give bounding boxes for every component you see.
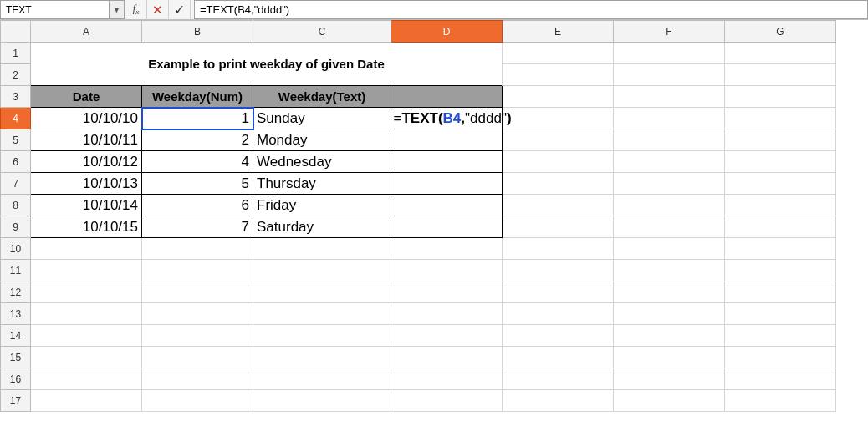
cell-D3[interactable] (391, 86, 503, 108)
cell-G1[interactable] (725, 43, 836, 64)
cell-B4[interactable]: 1 (142, 108, 253, 129)
row-header-6[interactable]: 6 (1, 151, 31, 173)
cell-A14[interactable] (31, 325, 142, 347)
cell-A4[interactable]: 10/10/10 (31, 108, 142, 129)
cell-C17[interactable] (253, 390, 391, 412)
col-header-C[interactable]: C (253, 21, 391, 43)
cell-C3[interactable]: Weekday(Text) (253, 86, 391, 108)
cell-D7[interactable] (391, 173, 503, 195)
row-header-16[interactable]: 16 (1, 368, 31, 390)
cell-G9[interactable] (725, 216, 836, 238)
col-header-F[interactable]: F (614, 21, 725, 43)
cell-F3[interactable] (614, 86, 725, 108)
cell-F6[interactable] (614, 151, 725, 173)
cell-D11[interactable] (391, 260, 503, 281)
cell-D14[interactable] (391, 325, 503, 347)
cell-E11[interactable] (503, 260, 614, 281)
cell-D9[interactable] (391, 216, 503, 238)
cell-G13[interactable] (725, 303, 836, 325)
cell-A8[interactable]: 10/10/14 (31, 195, 142, 216)
cell-F2[interactable] (614, 64, 725, 86)
cell-D10[interactable] (391, 238, 503, 260)
cell-C10[interactable] (253, 238, 391, 260)
accept-edit-button[interactable]: ✓ (169, 0, 191, 20)
cell-C6[interactable]: Wednesday (253, 151, 391, 173)
cell-F12[interactable] (614, 281, 725, 303)
cell-B3[interactable]: Weekday(Num) (142, 86, 253, 108)
cell-B10[interactable] (142, 238, 253, 260)
select-all-corner[interactable] (1, 21, 31, 43)
cell-C16[interactable] (253, 368, 391, 390)
cell-D15[interactable] (391, 347, 503, 368)
cell-G17[interactable] (725, 390, 836, 412)
cell-G6[interactable] (725, 151, 836, 173)
col-header-A[interactable]: A (31, 21, 142, 43)
cell-E13[interactable] (503, 303, 614, 325)
row-header-11[interactable]: 11 (1, 260, 31, 281)
cell-C13[interactable] (253, 303, 391, 325)
cell-G12[interactable] (725, 281, 836, 303)
cell-B15[interactable] (142, 347, 253, 368)
cell-F16[interactable] (614, 368, 725, 390)
row-header-3[interactable]: 3 (1, 86, 31, 108)
cell-C15[interactable] (253, 347, 391, 368)
cell-A7[interactable]: 10/10/13 (31, 173, 142, 195)
cell-A10[interactable] (31, 238, 142, 260)
row-header-4[interactable]: 4 (1, 108, 31, 129)
name-box[interactable]: TEXT (0, 0, 110, 19)
cell-F13[interactable] (614, 303, 725, 325)
cell-B7[interactable]: 5 (142, 173, 253, 195)
col-header-G[interactable]: G (725, 21, 836, 43)
cell-E5[interactable] (503, 129, 614, 151)
row-header-15[interactable]: 15 (1, 347, 31, 368)
col-header-D[interactable]: D (391, 21, 503, 43)
cell-G15[interactable] (725, 347, 836, 368)
cell-E6[interactable] (503, 151, 614, 173)
cell-G14[interactable] (725, 325, 836, 347)
cell-E12[interactable] (503, 281, 614, 303)
row-header-5[interactable]: 5 (1, 129, 31, 151)
row-header-1[interactable]: 1 (1, 43, 31, 64)
cell-B17[interactable] (142, 390, 253, 412)
cell-D5[interactable] (391, 129, 503, 151)
cell-B13[interactable] (142, 303, 253, 325)
cell-B14[interactable] (142, 325, 253, 347)
cell-F7[interactable] (614, 173, 725, 195)
cell-C11[interactable] (253, 260, 391, 281)
cell-F5[interactable] (614, 129, 725, 151)
cell-G11[interactable] (725, 260, 836, 281)
cell-A3[interactable]: Date (31, 86, 142, 108)
cell-B5[interactable]: 2 (142, 129, 253, 151)
row-header-7[interactable]: 7 (1, 173, 31, 195)
cell-E3[interactable] (503, 86, 614, 108)
row-header-9[interactable]: 9 (1, 216, 31, 238)
cell-D6[interactable] (391, 151, 503, 173)
function-wizard-button[interactable]: fx (125, 0, 147, 20)
cell-E17[interactable] (503, 390, 614, 412)
cell-E4[interactable] (503, 108, 614, 129)
cell-A5[interactable]: 10/10/11 (31, 129, 142, 151)
cell-C14[interactable] (253, 325, 391, 347)
cell-C5[interactable]: Monday (253, 129, 391, 151)
cell-C9[interactable]: Saturday (253, 216, 391, 238)
cell-E14[interactable] (503, 325, 614, 347)
cell-B9[interactable]: 7 (142, 216, 253, 238)
cell-B8[interactable]: 6 (142, 195, 253, 216)
cell-G3[interactable] (725, 86, 836, 108)
cell-F11[interactable] (614, 260, 725, 281)
col-header-B[interactable]: B (142, 21, 253, 43)
row-header-8[interactable]: 8 (1, 195, 31, 216)
row-header-12[interactable]: 12 (1, 281, 31, 303)
row-header-2[interactable]: 2 (1, 64, 31, 86)
cell-E10[interactable] (503, 238, 614, 260)
cell-F10[interactable] (614, 238, 725, 260)
cell-B16[interactable] (142, 368, 253, 390)
cell-E1[interactable] (503, 43, 614, 64)
cell-B6[interactable]: 4 (142, 151, 253, 173)
cell-D16[interactable] (391, 368, 503, 390)
cell-C7[interactable]: Thursday (253, 173, 391, 195)
cell-C8[interactable]: Friday (253, 195, 391, 216)
cell-A15[interactable] (31, 347, 142, 368)
cell-E7[interactable] (503, 173, 614, 195)
cell-A12[interactable] (31, 281, 142, 303)
